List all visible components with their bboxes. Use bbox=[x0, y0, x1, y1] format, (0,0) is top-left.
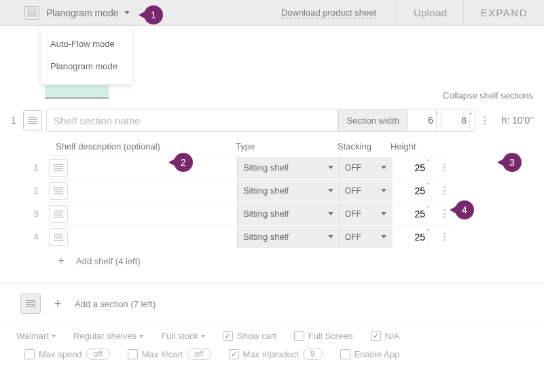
section-icon[interactable] bbox=[23, 110, 42, 130]
na-checkbox[interactable]: ✓N/A bbox=[371, 331, 400, 341]
max-cart-value[interactable]: off bbox=[187, 348, 211, 360]
expand-button[interactable]: EXPAND bbox=[464, 0, 544, 25]
in-unit: " bbox=[470, 109, 476, 132]
shelf-height-input[interactable] bbox=[392, 203, 427, 225]
mode-dropdown-menu: Auto-Flow mode Planogram mode bbox=[41, 26, 132, 84]
retailer-filter[interactable]: Walmart bbox=[16, 331, 56, 341]
download-product-sheet-link[interactable]: Download product sheet bbox=[281, 7, 376, 18]
ft-unit: ' bbox=[437, 109, 441, 132]
shelf-type-select[interactable]: Sitting shelf bbox=[237, 180, 339, 202]
section-icon[interactable] bbox=[20, 293, 41, 314]
caret-down-icon bbox=[124, 11, 130, 14]
add-section-label: Add a section (7 left) bbox=[75, 299, 156, 309]
stacking-select[interactable]: OFF bbox=[339, 180, 392, 202]
add-section-row: + Add a section (7 left) bbox=[20, 293, 544, 314]
mode-option-autoflow[interactable]: Auto-Flow mode bbox=[41, 33, 132, 55]
caret-down-icon bbox=[381, 166, 386, 169]
shelf-icon[interactable] bbox=[49, 182, 68, 200]
show-cart-checkbox[interactable]: ✓Show cart bbox=[223, 331, 276, 341]
shelf-icon[interactable] bbox=[49, 228, 68, 246]
shelf-icon[interactable] bbox=[49, 159, 68, 177]
caret-down-icon bbox=[201, 335, 205, 338]
mode-dropdown[interactable]: Planogram mode bbox=[46, 7, 119, 18]
full-screen-checkbox[interactable]: Full Screen bbox=[294, 331, 353, 341]
shelf-type-filter[interactable]: Regular shelves bbox=[73, 331, 143, 341]
max-spend-value[interactable]: off bbox=[86, 348, 110, 360]
in-unit: " bbox=[427, 226, 435, 236]
add-shelf-button[interactable]: + Add shelf (4 left) bbox=[49, 248, 449, 274]
upload-button[interactable]: Upload bbox=[397, 0, 463, 25]
annotation-marker-1: 1 bbox=[144, 5, 163, 24]
section-name-input[interactable] bbox=[46, 109, 338, 132]
table-row: 1 Sitting shelf OFF " bbox=[49, 156, 449, 179]
section-row: 1 Section width ' " h: 10'0" bbox=[0, 105, 544, 136]
row-number: 3 bbox=[30, 209, 42, 219]
max-cart-checkbox[interactable]: Max #/cartoff bbox=[128, 348, 211, 360]
filters-bar: Walmart Regular shelves Full stock ✓Show… bbox=[0, 331, 544, 374]
shelf-description-input[interactable] bbox=[68, 157, 237, 179]
shelf-height-input[interactable] bbox=[392, 157, 427, 179]
section-number: 1 bbox=[7, 115, 20, 126]
mode-option-planogram[interactable]: Planogram mode bbox=[41, 55, 132, 77]
caret-down-icon bbox=[328, 189, 333, 192]
collapse-sections-link[interactable]: Collapse shelf sections bbox=[443, 90, 533, 101]
add-section-button[interactable]: + bbox=[48, 293, 68, 314]
max-product-value[interactable]: 9 bbox=[303, 348, 323, 360]
plus-icon: + bbox=[54, 255, 68, 267]
row-drag-handle[interactable] bbox=[439, 163, 449, 172]
shelf-icon[interactable] bbox=[49, 205, 68, 223]
header-height: Height bbox=[391, 141, 438, 152]
toolbar: Planogram mode Download product sheet Up… bbox=[0, 0, 544, 26]
caret-down-icon bbox=[52, 335, 56, 338]
row-number: 2 bbox=[30, 185, 42, 196]
max-product-checkbox[interactable]: ✓Max #/product9 bbox=[229, 348, 323, 360]
header-description: Shelf description (optional) bbox=[49, 141, 236, 152]
section-height-display: h: 10'0" bbox=[501, 115, 533, 126]
max-spend-checkbox[interactable]: Max spendoff bbox=[24, 348, 110, 360]
annotation-marker-2: 2 bbox=[174, 153, 193, 172]
section-width-label: Section width bbox=[338, 109, 408, 132]
shelf-description-input[interactable] bbox=[68, 226, 237, 248]
shelf-description-input[interactable] bbox=[68, 203, 237, 225]
shelf-height-input[interactable] bbox=[392, 180, 427, 202]
section-width-ft-input[interactable] bbox=[408, 109, 437, 132]
in-unit: " bbox=[427, 179, 435, 190]
shelf-type-select[interactable]: Sitting shelf bbox=[237, 157, 339, 179]
stacking-select[interactable]: OFF bbox=[339, 203, 392, 225]
row-number: 4 bbox=[30, 232, 42, 242]
in-unit: " bbox=[427, 202, 435, 213]
annotation-marker-3: 3 bbox=[503, 153, 522, 172]
table-row: 4 Sitting shelf OFF " bbox=[49, 225, 449, 248]
caret-down-icon bbox=[328, 166, 333, 169]
row-number: 1 bbox=[30, 162, 42, 173]
enable-app-checkbox[interactable]: Enable App bbox=[340, 349, 400, 359]
shelf-height-input[interactable] bbox=[392, 226, 427, 248]
stock-filter[interactable]: Full stock bbox=[161, 331, 205, 341]
section-drag-handle[interactable] bbox=[479, 116, 489, 125]
caret-down-icon bbox=[139, 335, 143, 338]
row-drag-handle[interactable] bbox=[439, 232, 449, 241]
row-drag-handle[interactable] bbox=[439, 209, 449, 218]
table-header: Shelf description (optional) Type Stacki… bbox=[49, 136, 449, 156]
shelf-icon bbox=[24, 6, 39, 20]
caret-down-icon bbox=[328, 212, 333, 215]
shelf-table: Shelf description (optional) Type Stacki… bbox=[49, 136, 449, 274]
header-stacking: Stacking bbox=[338, 141, 391, 152]
shelf-type-select[interactable]: Sitting shelf bbox=[237, 226, 339, 248]
section-width-in-input[interactable] bbox=[441, 109, 470, 132]
in-unit: " bbox=[427, 156, 435, 166]
header-type: Type bbox=[236, 141, 338, 152]
shelf-description-input[interactable] bbox=[68, 180, 237, 202]
caret-down-icon bbox=[381, 189, 386, 192]
table-row: 3 Sitting shelf OFF " bbox=[49, 202, 449, 225]
stacking-select[interactable]: OFF bbox=[339, 226, 392, 248]
caret-down-icon bbox=[328, 235, 333, 238]
row-drag-handle[interactable] bbox=[439, 186, 449, 195]
annotation-marker-4: 4 bbox=[455, 200, 474, 219]
table-row: 2 Sitting shelf OFF " bbox=[49, 179, 449, 202]
stacking-select[interactable]: OFF bbox=[339, 157, 392, 179]
add-shelf-label: Add shelf (4 left) bbox=[76, 256, 141, 266]
caret-down-icon bbox=[381, 235, 386, 238]
caret-down-icon bbox=[381, 212, 386, 215]
shelf-type-select[interactable]: Sitting shelf bbox=[237, 203, 339, 225]
